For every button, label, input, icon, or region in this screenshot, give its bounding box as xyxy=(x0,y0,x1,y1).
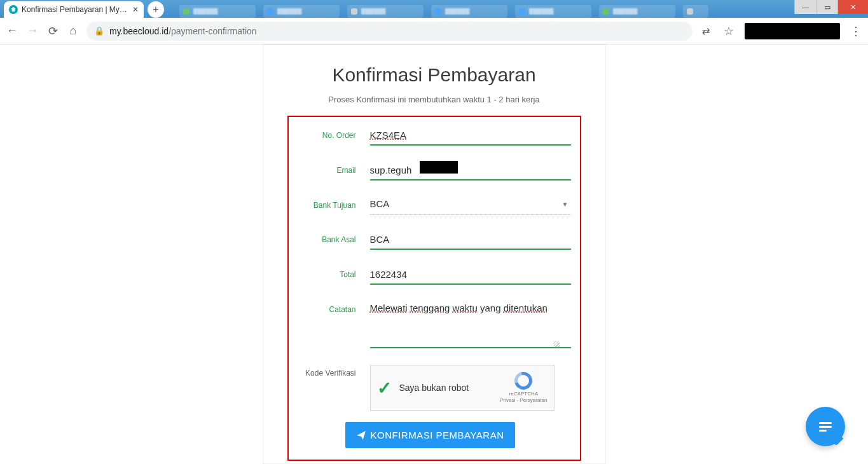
label-total: Total xyxy=(290,266,360,279)
recaptcha-text: Saya bukan robot xyxy=(399,383,493,393)
menu-icon[interactable]: ⋮ xyxy=(849,24,863,38)
input-total[interactable]: 1622434 xyxy=(370,266,571,285)
paper-plane-icon xyxy=(357,431,366,440)
active-tab[interactable]: Konfirmasi Pembayaran | My Bee ✕ xyxy=(4,1,144,18)
browser-toolbar: ← → ⟳ ⌂ 🔒 my.beecloud.id/payment-confirm… xyxy=(0,18,868,44)
url-path: /payment-confirmation xyxy=(169,26,257,36)
select-bank-tujuan[interactable]: BCA xyxy=(370,197,571,215)
row-email: Email sup.teguh xyxy=(290,162,571,181)
new-tab-button[interactable]: + xyxy=(148,1,164,18)
tab-favicon xyxy=(9,5,18,14)
bg-tab[interactable]: ██████ xyxy=(347,5,424,18)
tab-title: Konfirmasi Pembayaran | My Bee xyxy=(22,5,128,14)
window-maximize[interactable]: ▭ xyxy=(816,0,837,14)
submit-label: KONFIRMASI PEMBAYARAN xyxy=(371,430,504,440)
bg-tab[interactable]: ██████ xyxy=(431,5,507,18)
bg-tab[interactable]: ██████ xyxy=(179,5,256,18)
forward-icon[interactable]: → xyxy=(25,24,39,38)
translate-icon[interactable]: ⇄ xyxy=(699,24,713,38)
submit-button[interactable]: KONFIRMASI PEMBAYARAN xyxy=(345,422,516,448)
chevron-down-icon: ▼ xyxy=(562,201,568,208)
row-no-order: No. Order KZS4EA xyxy=(290,127,571,146)
label-no-order: No. Order xyxy=(290,127,360,140)
bg-tab[interactable]: ██████ xyxy=(599,5,675,18)
address-bar[interactable]: 🔒 my.beecloud.id/payment-confirmation xyxy=(86,22,692,41)
back-icon[interactable]: ← xyxy=(5,24,19,38)
page-subtitle: Proses Konfirmasi ini membutuhkan waktu … xyxy=(287,95,581,104)
tab-close-icon[interactable]: ✕ xyxy=(132,5,139,14)
label-email: Email xyxy=(290,162,360,175)
lock-icon: 🔒 xyxy=(94,26,104,36)
bg-tab[interactable]: ██████ xyxy=(515,5,591,18)
input-email[interactable]: sup.teguh xyxy=(370,162,571,181)
bg-tab[interactable]: ██████ xyxy=(263,5,340,18)
input-no-order[interactable]: KZS4EA xyxy=(370,127,571,146)
chat-icon xyxy=(819,420,832,433)
row-bank-asal: Bank Asal BCA xyxy=(290,231,571,250)
label-catatan: Catatan xyxy=(290,301,360,314)
recaptcha-widget[interactable]: ✓ Saya bukan robot reCAPTCHA Privasi - P… xyxy=(370,365,555,411)
page-title: Konfirmasi Pembayaran xyxy=(287,64,581,86)
label-verifikasi: Kode Verifikasi xyxy=(290,365,360,378)
window-minimize[interactable]: — xyxy=(794,0,816,14)
background-tabs: ██████ ██████ ██████ ██████ ██████ █████… xyxy=(179,5,708,18)
label-bank-asal: Bank Asal xyxy=(290,231,360,244)
textarea-catatan[interactable]: Melewati tenggang waktu yang ditentukan xyxy=(370,301,571,348)
chat-fab[interactable] xyxy=(806,407,845,446)
star-icon[interactable]: ☆ xyxy=(722,24,736,38)
redaction-block xyxy=(420,161,458,174)
confirmation-card: Konfirmasi Pembayaran Proses Konfirmasi … xyxy=(263,44,606,464)
bg-tab[interactable] xyxy=(683,5,708,18)
row-verifikasi: Kode Verifikasi ✓ Saya bukan robot reCAP… xyxy=(290,365,571,411)
row-total: Total 1622434 xyxy=(290,266,571,285)
reload-icon[interactable]: ⟳ xyxy=(46,24,60,38)
tab-strip: Konfirmasi Pembayaran | My Bee ✕ + █████… xyxy=(0,0,708,18)
label-bank-tujuan: Bank Tujuan xyxy=(290,197,360,210)
row-catatan: Catatan Melewati tenggang waktu yang dit… xyxy=(290,301,571,348)
window-controls: — ▭ ✕ xyxy=(794,0,868,14)
home-icon[interactable]: ⌂ xyxy=(66,24,80,38)
row-bank-tujuan: Bank Tujuan BCA ▼ xyxy=(290,197,571,215)
browser-titlebar: Konfirmasi Pembayaran | My Bee ✕ + █████… xyxy=(0,0,868,18)
profile-avatar[interactable] xyxy=(745,23,840,39)
recaptcha-logo: reCAPTCHA Privasi - Persyaratan xyxy=(500,372,547,403)
url-domain: my.beecloud.id xyxy=(109,26,169,36)
page-content: Konfirmasi Pembayaran Proses Konfirmasi … xyxy=(0,44,868,464)
input-bank-asal[interactable]: BCA xyxy=(370,231,571,250)
form-highlight-box: No. Order KZS4EA Email sup.teguh Bank Tu… xyxy=(287,116,581,461)
recaptcha-icon xyxy=(514,372,532,390)
window-close[interactable]: ✕ xyxy=(837,0,868,14)
check-icon: ✓ xyxy=(377,378,392,399)
